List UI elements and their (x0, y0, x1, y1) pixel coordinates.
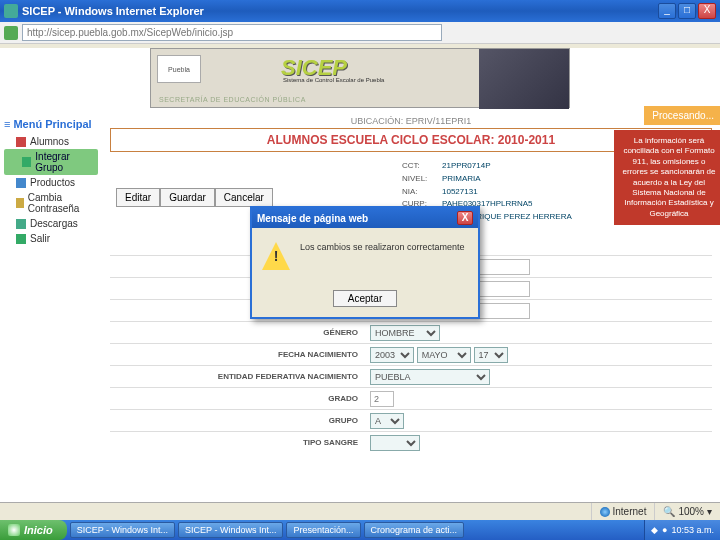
fnac-year-select[interactable]: 2003 (370, 347, 414, 363)
header-banner: Puebla SICEP Sistema de Control Escolar … (150, 48, 570, 108)
dialog-message: Los cambios se realizaron correctamente (300, 242, 465, 252)
maximize-button[interactable]: □ (678, 3, 696, 19)
field-label-grupo: GRUPO (110, 416, 370, 425)
sidebar-label: Alumnos (30, 136, 69, 147)
app-tagline: Sistema de Control Escolar de Puebla (283, 77, 384, 83)
nia-value: 10527131 (442, 187, 478, 196)
sidebar-item-cambia-contrasena[interactable]: Cambia Contraseña (4, 190, 98, 216)
sidebar: Menú Principal Alumnos Integrar Grupo Pr… (0, 112, 102, 524)
url-input[interactable] (22, 24, 442, 41)
windows-taskbar: Inicio SICEP - Windows Int... SICEP - Wi… (0, 520, 720, 540)
edit-button[interactable]: Editar (116, 188, 160, 207)
loading-badge: Procesando... (644, 106, 720, 125)
dialog-titlebar: Mensaje de página web X (252, 208, 478, 228)
nia-label: NIA: (402, 186, 442, 199)
sidebar-item-descargas[interactable]: Descargas (4, 216, 98, 231)
sidebar-label: Descargas (30, 218, 78, 229)
sidebar-item-salir[interactable]: Salir (4, 231, 98, 246)
sidebar-item-integrar-grupo[interactable]: Integrar Grupo (4, 149, 98, 175)
nivel-value: PRIMARIA (442, 174, 481, 183)
sep-label: SECRETARÍA DE EDUCACIÓN PÚBLICA (159, 96, 306, 103)
fnac-day-select[interactable]: 17 (474, 347, 508, 363)
sidebar-label: Cambia Contraseña (28, 192, 96, 214)
breadcrumb: UBICACIÓN: EPRIV/11EPRI1 (110, 116, 712, 126)
sidebar-label: Integrar Grupo (35, 151, 96, 173)
dialog-ok-button[interactable]: Aceptar (333, 290, 397, 307)
banner-photo (479, 49, 569, 109)
address-bar (0, 22, 720, 44)
alert-dialog: Mensaje de página web X Los cambios se r… (250, 206, 480, 319)
minimize-button[interactable]: _ (658, 3, 676, 19)
field-label-fecha-nac: FECHA NACIMIENTO (110, 350, 370, 359)
fnac-month-select[interactable]: MAYO (417, 347, 471, 363)
cancel-button[interactable]: Cancelar (215, 188, 273, 207)
taskbar-button[interactable]: Presentación... (286, 522, 360, 538)
clock: 10:53 a.m. (671, 525, 714, 535)
taskbar-button[interactable]: Cronograma de acti... (364, 522, 465, 538)
zoom-indicator[interactable]: 🔍100% ▾ (654, 503, 720, 520)
field-label-grado: GRADO (110, 394, 370, 403)
menu-header: Menú Principal (4, 118, 98, 130)
close-button[interactable]: X (698, 3, 716, 19)
legal-warning: La información será conciliada con el Fo… (614, 130, 720, 225)
ie-status-bar: Internet 🔍100% ▾ (0, 502, 720, 520)
field-label-entidad: ENTIDAD FEDERATIVA NACIMIENTO (110, 372, 370, 381)
sidebar-item-alumnos[interactable]: Alumnos (4, 134, 98, 149)
sidebar-label: Productos (30, 177, 75, 188)
save-button[interactable]: Guardar (160, 188, 215, 207)
dialog-title: Mensaje de página web (257, 213, 368, 224)
system-tray[interactable]: ◆ ● 10:53 a.m. (644, 520, 720, 540)
dialog-close-button[interactable]: X (457, 211, 473, 225)
tray-icon[interactable]: ◆ (651, 525, 658, 535)
cct-label: CCT: (402, 160, 442, 173)
tray-icon[interactable]: ● (662, 525, 667, 535)
warning-icon (262, 242, 290, 270)
nivel-label: NIVEL: (402, 173, 442, 186)
grado-input[interactable] (370, 391, 394, 407)
start-button[interactable]: Inicio (0, 520, 67, 540)
taskbar-button[interactable]: SICEP - Windows Int... (70, 522, 175, 538)
internet-icon (600, 507, 610, 517)
go-icon (4, 26, 18, 40)
sidebar-label: Salir (30, 233, 50, 244)
zoom-value: 100% (678, 506, 704, 517)
puebla-logo: Puebla (157, 55, 201, 83)
genero-select[interactable]: HOMBRE (370, 325, 440, 341)
grupo-select[interactable]: A (370, 413, 404, 429)
window-title: SICEP - Windows Internet Explorer (22, 5, 658, 17)
field-label-sangre: TIPO SANGRE (110, 438, 370, 447)
taskbar-button[interactable]: SICEP - Windows Int... (178, 522, 283, 538)
field-label-genero: GÉNERO (110, 328, 370, 337)
zone-label: Internet (613, 506, 647, 517)
sangre-select[interactable] (370, 435, 420, 451)
zone-indicator: Internet (591, 503, 655, 520)
app-icon (4, 4, 18, 18)
window-titlebar: SICEP - Windows Internet Explorer _ □ X (0, 0, 720, 22)
cct-value: 21PPR0714P (442, 161, 490, 170)
entidad-select[interactable]: PUEBLA (370, 369, 490, 385)
sidebar-item-productos[interactable]: Productos (4, 175, 98, 190)
